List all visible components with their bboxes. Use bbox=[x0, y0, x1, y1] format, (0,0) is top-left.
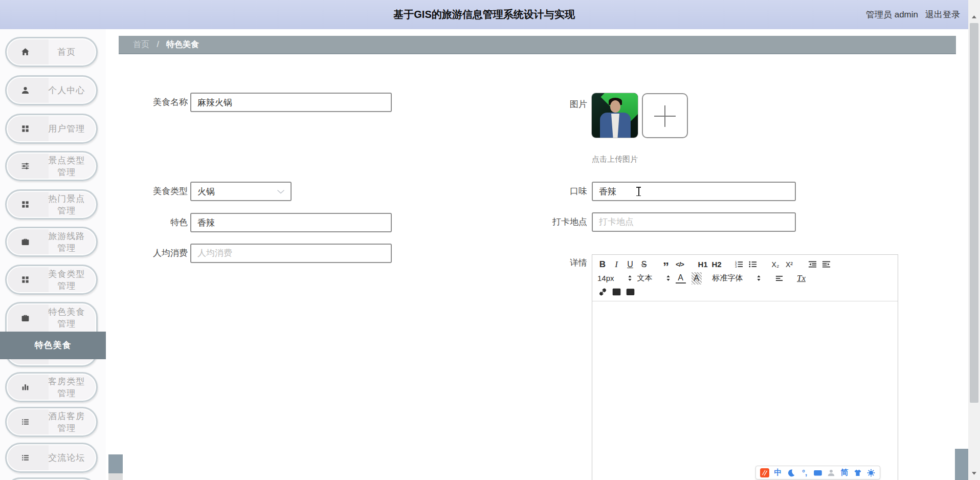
font-family-select[interactable]: 标准字体 bbox=[712, 272, 761, 285]
list-icon bbox=[7, 418, 44, 426]
grid-icon bbox=[7, 124, 44, 133]
heading2-button[interactable]: H2 bbox=[711, 258, 722, 271]
sidebar-submenu-item-active[interactable]: 特色美食 bbox=[0, 332, 106, 359]
italic-button[interactable]: I bbox=[611, 258, 621, 271]
bg-color-button[interactable]: A bbox=[692, 272, 702, 285]
sidebar-item-label: 热门景点管理 bbox=[44, 193, 97, 216]
sidebar-item-6[interactable]: 美食类型管理 bbox=[5, 265, 98, 295]
subscript-button[interactable]: X₂ bbox=[770, 258, 781, 271]
food-type-select[interactable]: 火锅 bbox=[190, 182, 292, 201]
person-icon bbox=[7, 86, 44, 95]
breadcrumb: 首页 / 特色美食 bbox=[119, 36, 956, 54]
price-input[interactable] bbox=[190, 244, 392, 263]
svg-text:3: 3 bbox=[734, 265, 737, 268]
image-button[interactable] bbox=[611, 286, 621, 298]
ime-skin-icon[interactable] bbox=[853, 468, 862, 477]
ime-logo-icon[interactable] bbox=[760, 468, 769, 477]
font-size-select[interactable]: 14px bbox=[597, 272, 632, 285]
paragraph-select[interactable]: 文本 bbox=[637, 272, 671, 285]
breadcrumb-home[interactable]: 首页 bbox=[133, 40, 149, 49]
scrollbar-thumb[interactable] bbox=[970, 23, 978, 403]
sidebar-item-4[interactable]: 热门景点管理 bbox=[5, 189, 98, 220]
header: 基于GIS的旅游信息管理系统设计与实现 管理员 admin 退出登录 bbox=[0, 0, 968, 29]
sidebar-item-label: 旅游线路管理 bbox=[44, 230, 97, 254]
sidebar-item-label: 美食类型管理 bbox=[44, 268, 97, 292]
sidebar-item-1[interactable]: 个人中心 bbox=[5, 75, 98, 105]
grid-icon bbox=[7, 275, 44, 284]
editor-toolbar: BIUS”</>H1H2123X₂X²14px文本AA标准字体Tx bbox=[592, 255, 898, 301]
feature-input[interactable] bbox=[190, 213, 392, 232]
sidebar-item-label: 特色美食管理 bbox=[44, 306, 97, 330]
ime-simplified-icon[interactable]: 简 bbox=[840, 468, 849, 477]
rich-text-editor: BIUS”</>H1H2123X₂X²14px文本AA标准字体Tx bbox=[592, 254, 898, 480]
sidebar-item-label: 酒店客房管理 bbox=[44, 410, 97, 434]
food-name-label: 美食名称 bbox=[134, 93, 188, 112]
video-button[interactable] bbox=[625, 286, 635, 298]
sidebar-item-label: 交流论坛 bbox=[44, 452, 97, 464]
bold-button[interactable]: B bbox=[597, 258, 608, 271]
ime-keyboard-icon[interactable] bbox=[813, 468, 822, 477]
main-content: 首页 / 特色美食 美食名称 美食类型 火锅 特色 人均消费 图片 点击上 bbox=[106, 29, 968, 480]
outdent-button[interactable] bbox=[807, 258, 817, 271]
select-updown-icon bbox=[666, 275, 671, 281]
scroll-down-arrow-icon[interactable] bbox=[968, 469, 980, 477]
breadcrumb-separator: / bbox=[157, 40, 159, 49]
indent-button[interactable] bbox=[821, 258, 831, 271]
unordered-list-button[interactable] bbox=[747, 258, 758, 271]
food-type-value: 火锅 bbox=[197, 186, 277, 198]
sidebar-item-10[interactable]: 交流论坛 bbox=[5, 443, 98, 473]
briefcase-icon bbox=[7, 314, 44, 322]
sidebar-item-2[interactable]: 用户管理 bbox=[5, 114, 98, 144]
heading1-button[interactable]: H1 bbox=[698, 258, 708, 271]
upload-image-button[interactable] bbox=[642, 93, 688, 138]
ime-account-icon[interactable] bbox=[827, 468, 836, 477]
ime-halfwidth-icon[interactable] bbox=[787, 468, 796, 477]
code-button[interactable]: </> bbox=[675, 258, 685, 271]
grid-icon bbox=[7, 200, 44, 209]
bar-chart-icon bbox=[7, 383, 44, 391]
logout-link[interactable]: 退出登录 bbox=[925, 9, 960, 20]
select-updown-icon bbox=[756, 275, 761, 281]
clear-format-button[interactable]: Tx bbox=[796, 272, 807, 285]
sidebar: 首页个人中心用户管理景点类型管理热门景点管理旅游线路管理美食类型管理特色美食管理… bbox=[0, 29, 106, 480]
chevron-down-icon bbox=[277, 187, 284, 196]
home-icon bbox=[7, 48, 44, 56]
sidebar-item-3[interactable]: 景点类型管理 bbox=[5, 151, 98, 181]
sidebar-item-9[interactable]: 酒店客房管理 bbox=[5, 407, 98, 437]
sidebar-item-0[interactable]: 首页 bbox=[5, 37, 98, 67]
align-button[interactable] bbox=[774, 272, 785, 285]
price-label: 人均消费 bbox=[134, 244, 188, 263]
ime-chinese-mode-icon[interactable]: 中 bbox=[773, 468, 783, 477]
food-name-input[interactable] bbox=[190, 93, 392, 112]
strikethrough-button[interactable]: S bbox=[639, 258, 649, 271]
underline-button[interactable]: U bbox=[625, 258, 635, 271]
taste-label: 口味 bbox=[533, 182, 587, 201]
taste-input[interactable] bbox=[592, 182, 796, 201]
upload-hint[interactable]: 点击上传图片 bbox=[592, 155, 638, 164]
ime-punctuation-icon[interactable]: °, bbox=[800, 468, 809, 477]
image-label: 图片 bbox=[533, 95, 587, 114]
sidebar-item-8[interactable]: 客房类型管理 bbox=[5, 372, 98, 402]
horizontal-scrollbar-fragment[interactable] bbox=[108, 454, 123, 473]
ordered-list-button[interactable]: 123 bbox=[733, 258, 744, 271]
editor-content[interactable] bbox=[592, 301, 898, 480]
page-title: 基于GIS的旅游信息管理系统设计与实现 bbox=[0, 0, 968, 29]
feature-label: 特色 bbox=[134, 213, 188, 232]
uploaded-image-thumbnail[interactable] bbox=[592, 93, 638, 138]
sidebar-item-5[interactable]: 旅游线路管理 bbox=[5, 227, 98, 257]
sidebar-item-partial[interactable] bbox=[5, 477, 98, 480]
location-input[interactable] bbox=[592, 212, 796, 232]
text-color-button[interactable]: A bbox=[676, 273, 686, 283]
superscript-button[interactable]: X² bbox=[784, 258, 794, 271]
sidebar-item-label: 景点类型管理 bbox=[44, 155, 97, 178]
ime-settings-icon[interactable] bbox=[866, 468, 876, 477]
scroll-up-arrow-icon[interactable] bbox=[968, 12, 980, 21]
vertical-scrollbar[interactable] bbox=[968, 0, 980, 480]
select-updown-icon bbox=[628, 275, 632, 281]
blockquote-button[interactable]: ” bbox=[661, 258, 671, 271]
detail-label: 详情 bbox=[533, 253, 587, 273]
link-button[interactable] bbox=[597, 286, 608, 298]
sliders-icon bbox=[7, 162, 44, 170]
sidebar-item-label: 客房类型管理 bbox=[44, 376, 97, 399]
breadcrumb-current: 特色美食 bbox=[166, 40, 199, 49]
